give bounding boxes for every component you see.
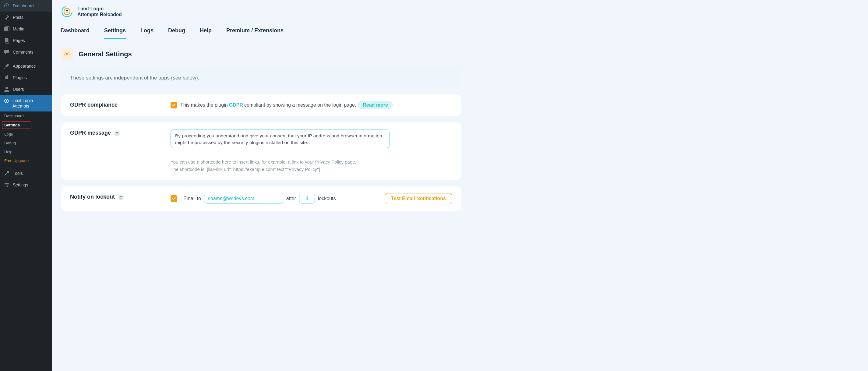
plugin-title: Limit Login Attempts Reloaded bbox=[78, 6, 122, 18]
tab-settings[interactable]: Settings bbox=[104, 25, 126, 39]
gdpr-link[interactable]: GDPR bbox=[229, 102, 243, 108]
tab-help[interactable]: Help bbox=[200, 25, 212, 39]
comments-icon bbox=[4, 49, 10, 55]
info-text: These settings are independent of the ap… bbox=[70, 75, 452, 81]
sidebar-item-label: Settings bbox=[13, 182, 28, 187]
sidebar-item-plugins[interactable]: Plugins bbox=[0, 72, 52, 84]
sidebar-subitem-settings[interactable]: Settings bbox=[2, 121, 31, 129]
read-more-pill[interactable]: Read more bbox=[358, 101, 393, 109]
email-to-word: Email to bbox=[183, 196, 201, 202]
svg-point-14 bbox=[66, 53, 68, 55]
sidebar-subitem-help[interactable]: Help bbox=[0, 148, 52, 156]
dashboard-icon bbox=[4, 3, 10, 9]
plug-icon bbox=[4, 74, 10, 81]
gdpr-message-textarea[interactable] bbox=[170, 129, 390, 148]
section-heading: General Settings bbox=[79, 50, 132, 58]
info-card: These settings are independent of the ap… bbox=[61, 68, 461, 88]
gdpr-compliance-label: GDPR compliance bbox=[70, 101, 161, 108]
sidebar-item-dashboard[interactable]: Dashboard bbox=[0, 0, 52, 11]
sidebar-item-label: Users bbox=[13, 87, 24, 92]
sidebar-item-media[interactable]: Media bbox=[0, 23, 52, 35]
pages-icon bbox=[4, 37, 10, 43]
notify-lockout-label: Notify on lockout ? bbox=[70, 193, 161, 200]
svg-point-7 bbox=[6, 100, 7, 102]
svg-point-9 bbox=[7, 185, 8, 187]
gdpr-compliance-card: GDPR compliance This makes the plugin GD… bbox=[61, 94, 461, 116]
plugin-header: Limit Login Attempts Reloaded bbox=[61, 5, 461, 18]
tab-dashboard[interactable]: Dashboard bbox=[61, 25, 90, 39]
sidebar-item-posts[interactable]: Posts bbox=[0, 11, 52, 23]
sidebar-item-label: Pages bbox=[13, 38, 25, 43]
notify-email-checkbox[interactable] bbox=[170, 195, 177, 202]
sidebar-item-label: Dashboard bbox=[13, 3, 34, 8]
plugin-logo-icon bbox=[61, 5, 73, 18]
sliders-icon bbox=[4, 182, 10, 188]
sidebar-subitem-dashboard[interactable]: Dashboard bbox=[0, 112, 52, 120]
sidebar-item-users[interactable]: Users bbox=[0, 84, 52, 95]
sidebar-item-label: Plugins bbox=[13, 75, 27, 80]
notify-count-input[interactable] bbox=[299, 194, 315, 204]
svg-rect-13 bbox=[67, 11, 68, 13]
tab-debug[interactable]: Debug bbox=[168, 25, 185, 39]
plugin-tabs: DashboardSettingsLogsDebugHelpPremium / … bbox=[61, 25, 461, 40]
llar-icon bbox=[4, 98, 9, 104]
sidebar-subitem-logs[interactable]: Logs bbox=[0, 130, 52, 138]
tab-logs[interactable]: Logs bbox=[141, 25, 154, 39]
svg-rect-3 bbox=[5, 38, 8, 42]
gdpr-message-card: GDPR message ? You can use a shortcode h… bbox=[61, 122, 461, 180]
gdpr-desc-text: This makes the plugin bbox=[180, 102, 228, 108]
gear-icon bbox=[61, 48, 73, 60]
gdpr-desc-text: compliant by showing a message on the lo… bbox=[244, 102, 356, 108]
sidebar-subitem-free-upgrade[interactable]: Free Upgrade bbox=[0, 156, 52, 165]
svg-point-0 bbox=[6, 5, 7, 6]
sidebar-item-label: Posts bbox=[13, 15, 24, 20]
gdpr-message-hint: You can use a shortcode here to insert l… bbox=[170, 158, 390, 173]
notify-email-input[interactable] bbox=[204, 194, 283, 204]
brush-icon bbox=[4, 63, 10, 69]
help-icon[interactable]: ? bbox=[114, 131, 120, 136]
wp-admin-sidebar: DashboardPostsMediaPagesComments Appeara… bbox=[0, 0, 52, 371]
notify-lockout-card: Notify on lockout ? Email to after locko… bbox=[61, 186, 461, 211]
plugin-main: Limit Login Attempts Reloaded DashboardS… bbox=[52, 0, 477, 371]
test-email-button[interactable]: Test Email Notifications bbox=[385, 193, 452, 204]
svg-point-8 bbox=[8, 183, 9, 184]
svg-point-5 bbox=[5, 87, 8, 89]
sidebar-item-settings[interactable]: Settings bbox=[0, 179, 52, 191]
user-icon bbox=[4, 86, 10, 92]
sidebar-item-comments[interactable]: Comments bbox=[0, 46, 52, 58]
lockouts-word: lockouts bbox=[318, 196, 336, 202]
tab-premium-extensions[interactable]: Premium / Extensions bbox=[226, 25, 283, 39]
media-icon bbox=[4, 26, 10, 32]
sidebar-item-tools[interactable]: Tools bbox=[0, 167, 52, 179]
pin-icon bbox=[4, 14, 10, 21]
sidebar-item-label: Limit Login Attempts bbox=[12, 98, 48, 109]
after-word: after bbox=[286, 196, 296, 202]
sidebar-item-label: Media bbox=[13, 27, 24, 31]
wrench-icon bbox=[4, 170, 10, 176]
sidebar-item-appearance[interactable]: Appearance bbox=[0, 60, 52, 72]
sidebar-item-pages[interactable]: Pages bbox=[0, 35, 52, 46]
gdpr-compliance-checkbox[interactable] bbox=[170, 102, 177, 109]
gdpr-message-label: GDPR message ? bbox=[70, 129, 161, 136]
help-icon[interactable]: ? bbox=[118, 195, 124, 200]
sidebar-item-label: Comments bbox=[13, 50, 33, 55]
sidebar-item-limit-login-attempts[interactable]: Limit Login Attempts bbox=[0, 95, 52, 112]
sidebar-item-label: Appearance bbox=[13, 64, 36, 68]
sidebar-subitem-debug[interactable]: Debug bbox=[0, 138, 52, 148]
sidebar-item-label: Tools bbox=[13, 171, 23, 176]
